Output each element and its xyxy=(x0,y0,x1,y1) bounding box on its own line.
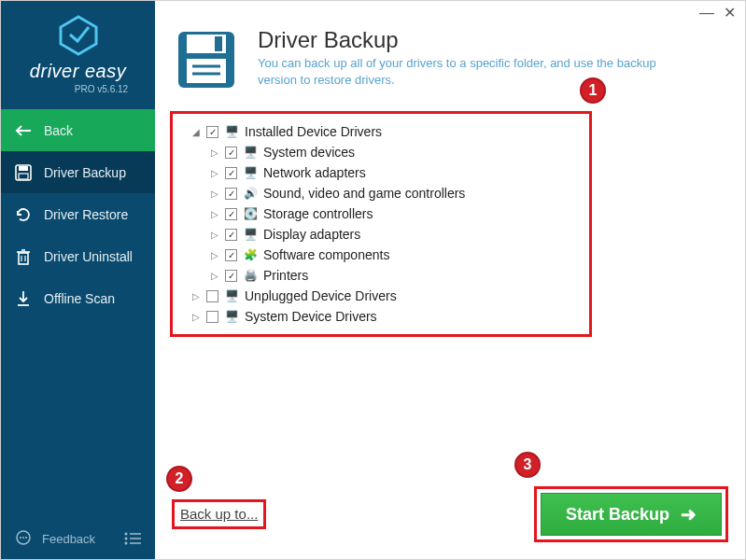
tree-row[interactable]: ▷🖥️Network adapters xyxy=(178,162,570,183)
page-title: Driver Backup xyxy=(258,27,659,53)
backup-to-link[interactable]: Back up to... xyxy=(180,506,258,522)
tree-label: Network adapters xyxy=(263,165,366,180)
storage-icon: 💽 xyxy=(243,206,258,221)
checkbox[interactable] xyxy=(225,208,237,220)
driver-tree-highlight: ◢ 🖥️ Installed Device Drivers ▷🖥️System … xyxy=(170,111,592,337)
sidebar-bottom: Feedback xyxy=(1,518,155,559)
expand-icon[interactable]: ▷ xyxy=(210,250,219,260)
checkbox[interactable] xyxy=(206,126,218,138)
expand-icon[interactable]: ▷ xyxy=(210,209,219,219)
tree-label: System devices xyxy=(263,145,355,160)
network-icon: 🖥️ xyxy=(243,165,258,180)
tree-row[interactable]: ▷🖥️System devices xyxy=(178,142,570,162)
nav-back[interactable]: Back xyxy=(1,109,155,151)
collapse-icon[interactable]: ◢ xyxy=(191,127,201,137)
checkbox[interactable] xyxy=(225,249,237,261)
tree-row[interactable]: ▷🧩Software components xyxy=(178,245,570,265)
feedback-label[interactable]: Feedback xyxy=(42,532,95,546)
tree-label: Unplugged Device Drivers xyxy=(245,288,397,303)
expand-icon[interactable]: ▷ xyxy=(210,147,219,158)
svg-point-18 xyxy=(125,538,128,540)
expand-icon[interactable]: ▷ xyxy=(191,312,201,322)
logo-icon xyxy=(57,14,100,57)
nav-offline-label: Offline Scan xyxy=(44,291,115,306)
logo-text: driver easy xyxy=(30,61,126,82)
svg-point-16 xyxy=(125,533,128,536)
expand-icon[interactable]: ▷ xyxy=(210,271,219,281)
tree-row-unplugged[interactable]: ▷🖥️Unplugged Device Drivers xyxy=(178,286,570,306)
tree-row-installed[interactable]: ◢ 🖥️ Installed Device Drivers xyxy=(178,121,570,142)
tree-row[interactable]: ▷🖨️Printers xyxy=(178,265,570,286)
trash-icon xyxy=(14,247,33,266)
start-backup-highlight: 3 Start Backup ➜ xyxy=(534,486,728,542)
expand-icon[interactable]: ▷ xyxy=(191,291,201,301)
tree-row[interactable]: ▷💽Storage controllers xyxy=(178,203,570,224)
tree-label: Storage controllers xyxy=(263,206,373,221)
computer-icon: 🖥️ xyxy=(224,309,239,324)
start-backup-label: Start Backup xyxy=(566,505,669,525)
computer-icon: 🖥️ xyxy=(224,124,239,139)
checkbox[interactable] xyxy=(206,311,218,323)
nav-driver-uninstall[interactable]: Driver Uninstall xyxy=(1,235,155,277)
expand-icon[interactable]: ▷ xyxy=(210,189,219,199)
backup-to-highlight: Back up to... xyxy=(172,499,266,529)
nav-uninstall-label: Driver Uninstall xyxy=(44,249,133,264)
tree-row[interactable]: ▷🔊Sound, video and game controllers xyxy=(178,183,570,203)
floppy-icon xyxy=(174,27,239,96)
svg-point-14 xyxy=(22,537,24,539)
chat-icon[interactable] xyxy=(14,529,33,548)
nav-driver-backup[interactable]: Driver Backup xyxy=(1,151,155,193)
callout-badge-2: 2 xyxy=(166,466,192,492)
tree-row[interactable]: ▷🖥️Display adapters xyxy=(178,224,570,245)
driver-tree[interactable]: ◢ 🖥️ Installed Device Drivers ▷🖥️System … xyxy=(178,121,570,327)
titlebar: — ✕ xyxy=(155,1,745,21)
menu-icon[interactable] xyxy=(123,529,142,548)
restore-icon xyxy=(14,205,33,224)
nav-offline-scan[interactable]: Offline Scan xyxy=(1,277,155,319)
sidebar: driver easy PRO v5.6.12 Back Driver Back… xyxy=(1,1,155,559)
tree-label: Printers xyxy=(263,268,308,283)
logo-version: PRO v5.6.12 xyxy=(28,84,128,94)
computer-icon: 🖥️ xyxy=(224,288,239,303)
nav-restore-label: Driver Restore xyxy=(44,207,128,222)
display-icon: 🖥️ xyxy=(243,227,258,242)
checkbox[interactable] xyxy=(225,188,237,200)
expand-icon[interactable]: ▷ xyxy=(210,168,219,178)
system-icon: 🖥️ xyxy=(243,145,258,160)
tree-label: Installed Device Drivers xyxy=(245,124,382,139)
save-icon xyxy=(14,163,33,182)
tree-row-systemdrv[interactable]: ▷🖥️System Device Drivers xyxy=(178,306,570,327)
checkbox[interactable] xyxy=(225,147,237,159)
tree-label: System Device Drivers xyxy=(245,309,377,324)
nav: Back Driver Backup Driver Restore Driver… xyxy=(1,109,155,319)
svg-rect-5 xyxy=(19,253,28,264)
callout-badge-3: 3 xyxy=(514,452,541,478)
download-icon xyxy=(14,289,33,308)
svg-point-20 xyxy=(125,542,128,545)
footer: 2 Back up to... 3 Start Backup ➜ xyxy=(155,486,745,559)
checkbox[interactable] xyxy=(225,229,237,241)
checkbox[interactable] xyxy=(225,270,237,282)
logo-area: driver easy PRO v5.6.12 xyxy=(1,1,155,104)
svg-rect-24 xyxy=(215,36,222,51)
svg-rect-3 xyxy=(19,166,28,171)
arrow-right-icon: ➜ xyxy=(681,503,697,525)
svg-rect-4 xyxy=(19,174,28,179)
nav-backup-label: Driver Backup xyxy=(44,165,126,180)
start-backup-button[interactable]: Start Backup ➜ xyxy=(541,493,722,536)
main-panel: — ✕ Driver Backup You can back up all of… xyxy=(155,1,745,559)
minimize-button[interactable]: — xyxy=(699,6,714,21)
app-window: driver easy PRO v5.6.12 Back Driver Back… xyxy=(0,0,746,560)
checkbox[interactable] xyxy=(206,290,218,302)
checkbox[interactable] xyxy=(225,167,237,179)
nav-driver-restore[interactable]: Driver Restore xyxy=(1,193,155,235)
expand-icon[interactable]: ▷ xyxy=(210,230,219,240)
arrow-left-icon xyxy=(14,121,33,140)
tree-label: Software components xyxy=(263,247,389,262)
callout-badge-1: 1 xyxy=(580,77,606,104)
svg-point-15 xyxy=(25,537,27,539)
close-button[interactable]: ✕ xyxy=(724,6,736,21)
component-icon: 🧩 xyxy=(243,247,258,262)
sound-icon: 🔊 xyxy=(243,186,258,201)
header: Driver Backup You can back up all of you… xyxy=(155,21,745,105)
